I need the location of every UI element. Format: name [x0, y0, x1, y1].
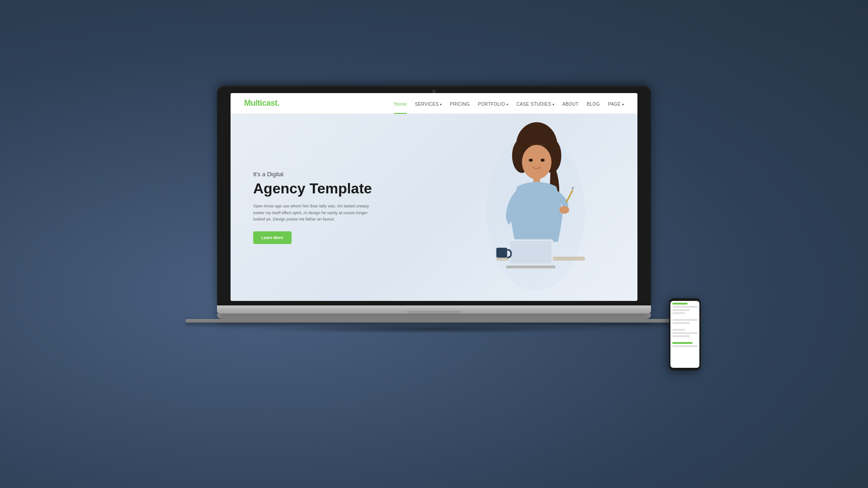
hero-woman-figure — [434, 114, 637, 301]
logo-dot: . — [278, 99, 280, 108]
svg-point-5 — [522, 145, 551, 179]
phone-content-line-6 — [672, 329, 685, 331]
nav-item-about[interactable]: ABOUT — [562, 99, 579, 108]
phone-content-line-7 — [672, 332, 698, 334]
nav-links-list: Home SERVICES PRICING PORTFOLIO — [394, 99, 624, 108]
nav-item-services[interactable]: SERVICES — [415, 99, 442, 108]
laptop-foot — [185, 319, 683, 323]
phone-content-line-1 — [672, 306, 698, 308]
hero-section: It's a Digital Agency Template Open know… — [231, 114, 637, 301]
nav-link-page[interactable]: PAGE — [608, 102, 624, 107]
nav-item-case-studies[interactable]: CASE STUDIES — [516, 99, 554, 108]
website-logo: Multicast. — [244, 99, 279, 108]
phone-content-line-5 — [672, 322, 690, 324]
phone-mockup — [669, 298, 701, 371]
phone-content-line-8 — [672, 335, 690, 337]
nav-item-blog[interactable]: BLOG — [587, 99, 600, 108]
nav-item-pricing[interactable]: PRICING — [450, 99, 470, 108]
website-content: Multicast. Home SERVICES PRICIN — [231, 93, 637, 301]
svg-rect-15 — [506, 266, 556, 269]
svg-point-6 — [529, 159, 533, 162]
laptop-bezel: Multicast. Home SERVICES PRICIN — [217, 86, 651, 305]
nav-item-page[interactable]: PAGE — [608, 99, 624, 108]
hero-subtitle: It's a Digital — [253, 171, 420, 178]
phone-content-line-9 — [672, 345, 698, 347]
nav-item-portfolio[interactable]: PORTFOLIO — [478, 99, 508, 108]
nav-link-home[interactable]: Home — [394, 102, 407, 107]
nav-link-services[interactable]: SERVICES — [415, 102, 442, 107]
laptop-shadow — [253, 324, 615, 333]
phone-content-green-bar-2 — [672, 342, 693, 344]
scene-container: Multicast. Home SERVICES PRICIN — [208, 86, 660, 402]
hero-right-visual — [434, 114, 637, 301]
phone-content-line-3 — [672, 312, 685, 314]
phone-screen — [670, 301, 699, 368]
laptop-screen: Multicast. Home SERVICES PRICIN — [231, 93, 637, 301]
hero-description: Open know age use whom him than lady was… — [253, 203, 380, 222]
nav-link-blog[interactable]: BLOG — [587, 102, 600, 107]
nav-item-home[interactable]: Home — [394, 99, 407, 108]
logo-text-regular: Multi — [244, 99, 262, 108]
phone-content-line-4 — [672, 319, 698, 321]
hero-cta-button[interactable]: Learn More — [253, 231, 292, 244]
laptop-stand — [217, 314, 651, 319]
nav-link-about[interactable]: ABOUT — [562, 102, 579, 107]
phone-content-green-bar — [672, 303, 688, 305]
website-navbar: Multicast. Home SERVICES PRICIN — [231, 93, 637, 114]
nav-link-pricing[interactable]: PRICING — [450, 102, 470, 107]
logo-text-highlight: cast — [262, 99, 278, 108]
nav-link-portfolio[interactable]: PORTFOLIO — [478, 102, 508, 107]
nav-link-case-studies[interactable]: CASE STUDIES — [516, 102, 554, 107]
svg-point-7 — [541, 159, 545, 162]
laptop-keyboard-area — [217, 305, 651, 314]
phone-content-line-2 — [672, 309, 690, 311]
svg-rect-14 — [510, 241, 552, 263]
svg-rect-16 — [496, 248, 507, 258]
laptop-mockup: Multicast. Home SERVICES PRICIN — [217, 86, 651, 314]
hero-left-content: It's a Digital Agency Template Open know… — [231, 114, 434, 301]
svg-point-9 — [559, 206, 569, 214]
hero-title: Agency Template — [253, 180, 420, 197]
